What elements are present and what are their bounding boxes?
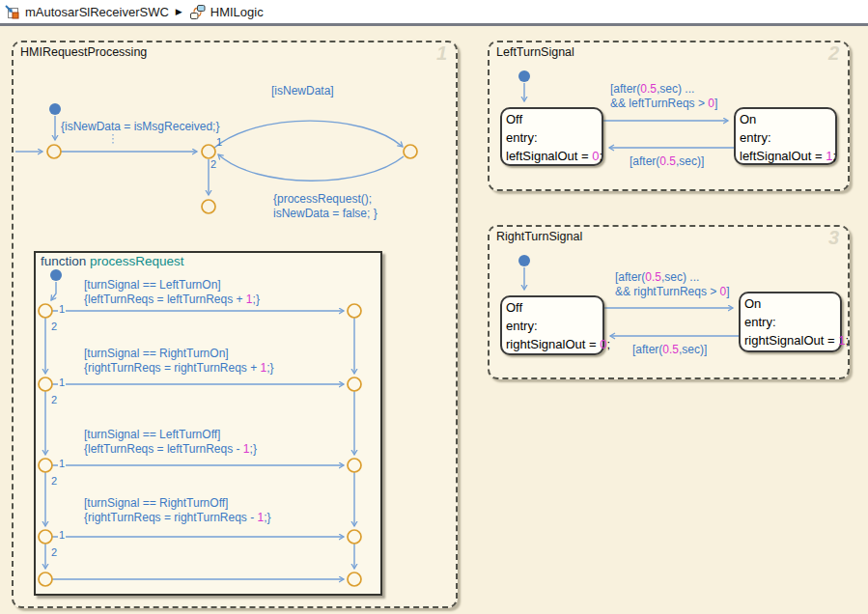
state-title: LeftTurnSignal xyxy=(496,45,574,59)
transition-action[interactable]: {rightTurnReqs = rightTurnReqs + 1;} xyxy=(84,361,274,375)
junction[interactable] xyxy=(348,377,361,391)
chart-icon-arrow-up xyxy=(194,8,197,12)
state-on[interactable]: On entry: rightSignalOut = 1; xyxy=(739,292,842,352)
default-transition-origin[interactable] xyxy=(49,103,61,115)
junction[interactable] xyxy=(39,572,52,586)
transition-isnewdata[interactable] xyxy=(214,121,403,148)
chart-icon-arrow-down xyxy=(198,12,201,15)
junction[interactable] xyxy=(348,530,361,544)
model-icon xyxy=(4,4,20,20)
transition-port-number: 2 xyxy=(210,158,216,170)
execution-order-badge: 3 xyxy=(828,227,839,249)
transition-port-number: 1 xyxy=(58,530,66,541)
junction[interactable] xyxy=(404,145,417,158)
state-entry-label: entry: xyxy=(506,128,598,147)
state-title: RightTurnSignal xyxy=(496,230,582,243)
function-default-transition-origin[interactable] xyxy=(50,269,62,281)
transition-label-loop-action-1[interactable]: {processRequest(); xyxy=(273,192,372,206)
state-off[interactable]: Off entry: leftSignalOut = 0; xyxy=(500,107,603,166)
execution-order-badge: 1 xyxy=(436,42,447,65)
default-transition-origin[interactable] xyxy=(518,70,530,82)
transition-guard[interactable]: [turnSignal == LeftTurnOn] xyxy=(84,278,221,292)
breadcrumb-model[interactable]: mAutosarSlReceiverSWC xyxy=(25,5,169,19)
state-entry-label: entry: xyxy=(740,128,831,147)
state-left-turn-signal[interactable]: LeftTurnSignal 2 Off entry: leftSignalOu… xyxy=(488,41,850,191)
transition-label-to-on-2[interactable]: && rightTurnReqs > 0] xyxy=(615,285,730,298)
state-name: On xyxy=(744,294,836,313)
state-off[interactable]: Off entry: rightSignalOut = 0; xyxy=(500,295,604,355)
transition-guard[interactable]: [turnSignal == RightTurnOn] xyxy=(84,347,229,360)
state-on[interactable]: On entry: leftSignalOut = 1; xyxy=(734,107,837,165)
junction[interactable] xyxy=(39,459,52,472)
transition-port-number: 2 xyxy=(51,475,57,487)
state-entry-label: entry: xyxy=(506,317,599,335)
transition-action[interactable]: {rightTurnReqs = rightTurnReqs - 1;} xyxy=(84,511,271,524)
state-entry-action: leftSignalOut = 1; xyxy=(740,147,831,165)
transition-port-number: 1 xyxy=(58,459,66,469)
model-icon-badge xyxy=(13,13,18,18)
transition-port-number: 2 xyxy=(51,546,57,558)
state-title: HMIRequestProcessing xyxy=(20,45,147,59)
transition-port-number: 2 xyxy=(51,321,57,332)
chart-icon xyxy=(189,4,206,20)
state-name: On xyxy=(740,110,831,128)
junction[interactable] xyxy=(39,377,52,391)
breadcrumb-bar: mAutosarSlReceiverSWC ▶ HMILogic xyxy=(0,0,868,26)
junction[interactable] xyxy=(348,459,361,472)
junction[interactable] xyxy=(47,145,61,158)
chart-icon-top-state xyxy=(197,5,205,11)
default-transition-origin[interactable] xyxy=(518,255,530,266)
state-entry-action: rightSignalOut = 0; xyxy=(506,335,599,353)
transition-process-request[interactable] xyxy=(218,154,404,181)
transition-action[interactable]: {leftTurnReqs = leftTurnReqs - 1;} xyxy=(84,442,257,456)
transition-label-to-on-1[interactable]: [after(0.5,sec) ... xyxy=(610,82,694,96)
junction[interactable] xyxy=(202,145,215,158)
function-default-transition[interactable] xyxy=(51,282,56,300)
transition-label-init-action[interactable]: {isNewData = isMsgReceived;} xyxy=(61,120,219,133)
state-entry-action: leftSignalOut = 0; xyxy=(506,147,598,165)
transition-port-number: 1 xyxy=(216,136,222,148)
execution-order-badge: 2 xyxy=(828,42,839,65)
transition-label-to-on-1[interactable]: [after(0.5,sec) ... xyxy=(615,270,699,284)
state-entry-action: rightSignalOut = 1; xyxy=(744,331,836,349)
transition-label-loop-guard[interactable]: [isNewData] xyxy=(271,84,334,98)
transition-label-to-on-2[interactable]: && leftTurnReqs > 0] xyxy=(610,97,717,110)
state-name: Off xyxy=(506,298,599,317)
junction[interactable] xyxy=(348,572,361,586)
junction[interactable] xyxy=(202,200,215,213)
junction[interactable] xyxy=(39,304,52,318)
transition-label-to-off[interactable]: [after(0.5,sec)] xyxy=(630,154,704,168)
transition-guard[interactable]: [turnSignal == RightTurnOff] xyxy=(84,496,228,510)
chart-icon-bottom-state xyxy=(190,13,198,18)
transition-action[interactable]: {leftTurnReqs = leftTurnReqs + 1;} xyxy=(84,293,260,306)
state-entry-label: entry: xyxy=(744,313,836,331)
transition-port-number: 1 xyxy=(58,304,66,315)
breadcrumb-separator-icon: ▶ xyxy=(176,7,182,16)
junction[interactable] xyxy=(39,530,52,544)
breadcrumb-chart[interactable]: HMILogic xyxy=(210,5,264,19)
junction[interactable] xyxy=(348,304,361,318)
state-right-turn-signal[interactable]: RightTurnSignal 3 Off entry: rightSignal… xyxy=(488,225,850,379)
transition-label-loop-action-2[interactable]: isNewData = false; } xyxy=(273,207,378,220)
transition-guard[interactable]: [turnSignal == LeftTurnOff] xyxy=(84,428,220,441)
transition-label-to-off[interactable]: [after(0.5,sec)] xyxy=(632,343,707,356)
transition-port-number: 2 xyxy=(51,394,57,405)
transition-port-number: 1 xyxy=(58,377,66,388)
state-hmi-request-processing[interactable]: function processRequest xyxy=(12,41,458,608)
state-name: Off xyxy=(506,110,598,128)
